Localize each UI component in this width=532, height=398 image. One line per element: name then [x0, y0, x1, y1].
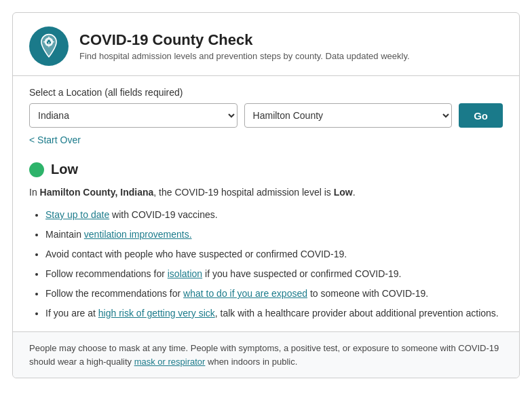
- app-subtitle: Find hospital admission levels and preve…: [79, 51, 410, 61]
- recommendation-item: Stay up to date with COVID-19 vaccines.: [45, 208, 503, 222]
- svg-point-8: [48, 42, 50, 43]
- mask-link[interactable]: mask or respirator: [134, 357, 206, 367]
- go-button[interactable]: Go: [459, 103, 503, 128]
- logo-icon: [36, 33, 62, 59]
- stay-up-to-date-link[interactable]: Stay up to date: [45, 209, 109, 220]
- top-divider: [13, 75, 519, 76]
- recommendation-item: Avoid contact with people who have suspe…: [45, 247, 503, 261]
- recommendation-item: Follow the recommendations for what to d…: [45, 287, 503, 301]
- footer-text-after: when indoors in public.: [205, 357, 297, 367]
- footer-note: People may choose to mask at any time. P…: [13, 331, 519, 378]
- start-over-link[interactable]: < Start Over: [29, 134, 81, 145]
- header-text: COVID-19 County Check Find hospital admi…: [79, 31, 410, 61]
- app-title: COVID-19 County Check: [79, 31, 410, 49]
- county-select[interactable]: Hamilton County Adams County Allen Count…: [244, 103, 453, 128]
- status-level-label: Low: [51, 162, 78, 177]
- state-select[interactable]: Indiana Alabama Alaska Arizona Arkansas …: [29, 103, 238, 128]
- status-dot: [29, 162, 44, 177]
- svg-point-7: [50, 40, 51, 41]
- recommendation-item: If you are at high risk of getting very …: [45, 306, 503, 321]
- status-section: Low In Hamilton County, Indiana, the COV…: [29, 162, 503, 321]
- main-card: COVID-19 County Check Find hospital admi…: [12, 12, 520, 378]
- select-label: Select a Location (all fields required): [29, 87, 503, 98]
- svg-point-6: [47, 40, 48, 41]
- exposed-link[interactable]: what to do if you are exposed: [183, 288, 307, 299]
- level-inline: Low: [334, 187, 353, 198]
- ventilation-link[interactable]: ventilation improvements.: [84, 229, 192, 240]
- select-section: Select a Location (all fields required) …: [29, 87, 503, 156]
- location-bold: Hamilton County, Indiana: [40, 187, 154, 198]
- app-logo: [29, 26, 69, 66]
- header: COVID-19 County Check Find hospital admi…: [29, 26, 503, 66]
- status-description: In Hamilton County, Indiana, the COVID-1…: [29, 185, 503, 200]
- high-risk-link[interactable]: high risk of getting very sick: [98, 308, 215, 319]
- select-row: Indiana Alabama Alaska Arizona Arkansas …: [29, 103, 503, 128]
- recommendation-item: Maintain ventilation improvements.: [45, 228, 503, 242]
- isolation-link[interactable]: isolation: [168, 268, 202, 279]
- recommendation-item: Follow recommendations for isolation if …: [45, 267, 503, 281]
- status-badge: Low: [29, 162, 503, 177]
- recommendations-list: Stay up to date with COVID-19 vaccines. …: [29, 208, 503, 321]
